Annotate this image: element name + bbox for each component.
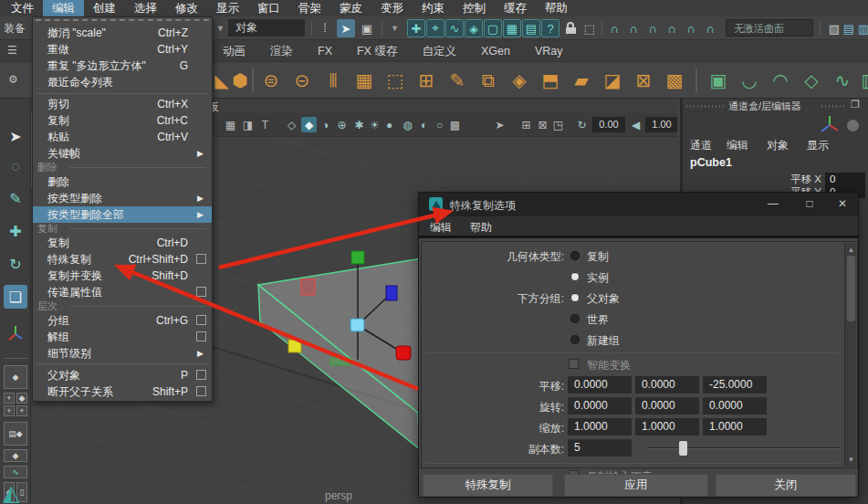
graph-editor-layout-button[interactable]: ∿ <box>4 466 27 478</box>
menu-file[interactable]: 文件 <box>2 0 43 17</box>
shelf-menu-icon[interactable]: ☰ <box>7 44 17 57</box>
geometry-copy-label[interactable]: 复制 <box>587 249 609 265</box>
image-plane-icon[interactable]: ◨ <box>240 117 256 132</box>
poly-cylinder-shelf-icon[interactable]: ⬢ <box>226 67 254 94</box>
geometry-instance-label[interactable]: 实例 <box>587 270 609 286</box>
shelf-tab-custom[interactable]: 自定义 <box>422 44 456 59</box>
menu-constrain[interactable]: 约束 <box>413 0 454 17</box>
shelf-gear-icon[interactable]: ⚙ <box>8 73 18 86</box>
three-pane-layout-button[interactable]: + <box>4 405 15 416</box>
shelf-tab-animation[interactable]: 动画 <box>223 44 246 59</box>
menu-item-level-of-detail[interactable]: 细节级别▶ <box>33 345 212 362</box>
translate-z-field[interactable]: -25.0000 <box>703 376 767 394</box>
channel-box-toggle-icon[interactable]: ▥ <box>854 19 868 37</box>
fill-hole-shelf-icon[interactable]: ▩ <box>661 67 688 94</box>
gamma-icon[interactable]: ◀ <box>628 117 643 132</box>
lock-selection-icon[interactable] <box>564 22 577 35</box>
bevel-shelf-icon[interactable]: ⬒ <box>537 67 564 94</box>
mask-points-icon[interactable]: ⌖ <box>426 19 444 37</box>
copies-slider-thumb[interactable] <box>679 441 687 456</box>
channel-box-header[interactable]: 通道盒/层编辑器 ❐ <box>683 98 868 114</box>
smooth-shelf-icon[interactable]: ▦ <box>350 67 378 94</box>
plugin-display-icon[interactable]: ▩ <box>447 117 463 132</box>
menu-item-copy[interactable]: 复制Ctrl+C <box>33 112 212 129</box>
cube-wire-shelf-icon[interactable]: ⬚ <box>382 67 409 94</box>
select-camera-icon[interactable]: ▦ <box>223 117 238 132</box>
separate-shelf-icon[interactable]: ⊝ <box>288 67 316 94</box>
target-weld-shelf-icon[interactable]: ⊠ <box>630 67 657 94</box>
stereo-icon[interactable]: ⊠ <box>535 117 550 132</box>
channel-box-object-name[interactable]: pCube1 <box>690 156 732 169</box>
close-dialog-button[interactable]: 关闭 <box>716 474 856 497</box>
shelf-tab-rendering[interactable]: 渲染 <box>270 44 293 59</box>
duplicate-special-apply-close-button[interactable]: 特殊复制 <box>423 474 553 497</box>
menu-item-duplicate-special[interactable]: 特殊复制Ctrl+Shift+D <box>33 251 212 268</box>
mask-rendering-icon[interactable]: ▤ <box>522 19 540 37</box>
rotate-z-field[interactable]: 0.0000 <box>703 397 767 415</box>
scrollbar-up-icon[interactable]: ▲ <box>845 246 857 254</box>
rotate-x-field[interactable]: 0.0000 <box>568 397 632 415</box>
scale-z-field[interactable]: 1.0000 <box>703 418 767 436</box>
scale-tool-icon[interactable]: ❏ <box>4 285 27 309</box>
channel-box-menu-object[interactable]: 对象 <box>767 138 789 153</box>
scale-x-field[interactable]: 1.0000 <box>568 418 632 436</box>
shelf-tab-fx-caching[interactable]: FX 缓存 <box>357 44 397 59</box>
workspace-selector[interactable]: 装备 <box>4 21 26 37</box>
dialog-scrollbar[interactable]: ▲ ▼ <box>844 243 856 467</box>
group-parent-label[interactable]: 父对象 <box>587 291 620 307</box>
menu-item-undo[interactable]: 撤消 "scale"Ctrl+Z <box>33 25 212 41</box>
translate-x-field[interactable]: 0.0000 <box>568 376 632 394</box>
group-new-group-radio[interactable] <box>570 335 580 344</box>
menu-deform[interactable]: 变形 <box>371 0 413 17</box>
menu-item-unparent[interactable]: 断开父子关系Shift+P <box>33 383 212 400</box>
option-box-icon[interactable] <box>196 315 206 325</box>
menu-select[interactable]: 选择 <box>125 0 166 17</box>
single-pane-layout-button[interactable]: ◆ <box>4 365 27 389</box>
selection-mask-dropdown[interactable]: 对象 <box>228 19 305 37</box>
rotate-tool-icon[interactable]: ↻ <box>4 252 27 276</box>
menu-item-delete-by-type[interactable]: 按类型删除▶ <box>33 190 212 206</box>
apply-button[interactable]: 应用 <box>564 474 708 497</box>
menu-item-group[interactable]: 分组Ctrl+G <box>33 312 212 329</box>
select-hierarchy-icon[interactable]: ⦙ <box>316 19 334 37</box>
menu-tearoff-handle[interactable] <box>36 19 209 24</box>
paint-select-tool-icon[interactable]: ✎ <box>4 186 27 210</box>
exposure-reset-icon[interactable]: ↻ <box>574 117 590 132</box>
subdivide-shelf-icon[interactable]: ⊞ <box>413 67 440 94</box>
smart-transform-checkbox[interactable] <box>569 359 579 369</box>
shelf-tab-vray[interactable]: VRay <box>535 45 563 58</box>
editor-window-shelf-icon[interactable]: ▥ <box>856 67 868 94</box>
wave-deform-shelf-icon[interactable]: ∿ <box>829 67 856 94</box>
geometry-copy-radio[interactable] <box>570 251 580 260</box>
snap-projected-center-icon[interactable]: ∩ <box>663 19 681 37</box>
flip-shelf-icon[interactable]: ◪ <box>599 67 626 94</box>
option-box-icon[interactable] <box>196 386 206 396</box>
copies-slider-track[interactable] <box>648 447 840 449</box>
group-parent-radio[interactable] <box>570 293 580 302</box>
dialog-menu-edit[interactable]: 编辑 <box>430 220 452 236</box>
select-component-icon[interactable]: ▣ <box>358 19 376 37</box>
option-box-icon[interactable] <box>196 370 206 380</box>
axis-orientation-icon[interactable] <box>4 321 27 345</box>
bend-deform-shelf-icon[interactable]: ◡ <box>736 67 763 94</box>
lattice-deform-shelf-icon[interactable]: ◇ <box>798 67 825 94</box>
isolate-select-icon[interactable]: ○ <box>432 117 447 132</box>
book-icon[interactable]: ⊞ <box>518 117 534 132</box>
xray-joints-icon[interactable]: ◐ <box>416 117 432 132</box>
scrollbar-thumb[interactable] <box>847 256 855 321</box>
mirror-shelf-icon[interactable]: ⫴ <box>319 67 347 94</box>
live-surface-field[interactable]: 无激活曲面 <box>726 19 813 37</box>
hypershade-layout-button[interactable]: ◆ <box>4 449 27 462</box>
wireframe-icon[interactable]: ◇ <box>284 117 299 132</box>
mask-handles-icon[interactable]: ✚ <box>407 19 425 37</box>
multicut-shelf-icon[interactable]: ✎ <box>444 67 471 94</box>
xray-icon[interactable]: ◍ <box>400 117 415 132</box>
textured-mode-icon[interactable]: ◑ <box>318 117 333 132</box>
mask-surfaces-icon[interactable]: ▢ <box>484 19 502 37</box>
channel-box-menu-show[interactable]: 显示 <box>807 138 829 153</box>
shadows-icon[interactable]: ✱ <box>351 117 367 132</box>
outliner-persp-layout-button[interactable]: ▤◆ <box>4 422 27 446</box>
number-of-copies-field[interactable]: 5 <box>568 439 632 457</box>
menu-edit[interactable]: 编辑 <box>43 0 84 17</box>
lasso-select-tool-icon[interactable]: ◌ <box>4 155 27 179</box>
